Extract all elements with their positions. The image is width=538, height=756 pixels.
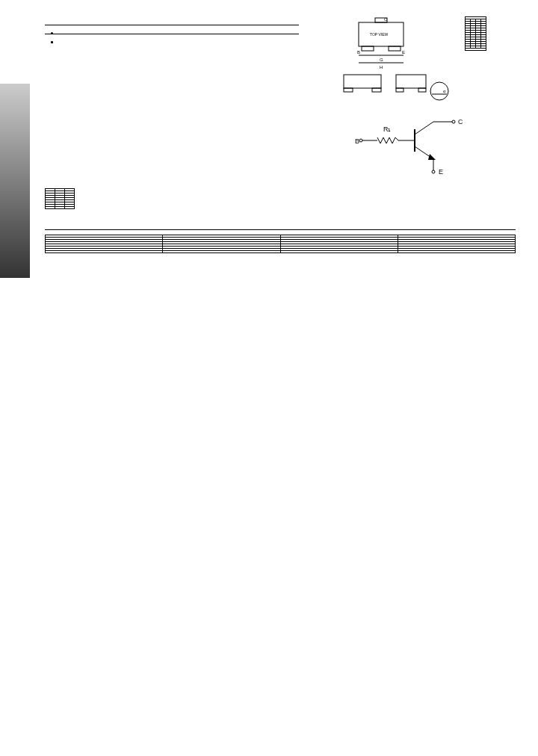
pn-cell (46, 207, 55, 209)
new-product-tab (0, 84, 30, 278)
mechanical-header (45, 33, 299, 34)
dim-caption (465, 49, 486, 51)
pin-b-label: B (355, 137, 359, 145)
svg-point-33 (432, 170, 435, 173)
features-header (45, 24, 299, 25)
svg-text:C: C (458, 118, 463, 126)
svg-text:G: G (380, 58, 383, 62)
svg-rect-12 (344, 75, 381, 88)
max-ratings-header (45, 217, 516, 230)
notes (45, 259, 516, 274)
max-cell (280, 251, 398, 253)
svg-text:TOP VIEW: TOP VIEW (370, 32, 389, 37)
svg-text:E: E (402, 50, 405, 55)
svg-text:B: B (357, 50, 360, 55)
pn-cell (55, 207, 65, 209)
svg-rect-16 (396, 88, 404, 92)
svg-text:H: H (380, 65, 383, 69)
max-cell (398, 251, 515, 253)
svg-point-21 (359, 139, 362, 142)
svg-rect-15 (396, 75, 426, 88)
schematic-diagram: B R₁ C E (355, 111, 467, 178)
svg-line-26 (415, 122, 433, 134)
svg-text:R₁: R₁ (383, 126, 392, 133)
max-ratings-table (45, 235, 516, 253)
svg-rect-2 (362, 46, 374, 51)
part-number-table (45, 188, 75, 209)
max-cell (163, 251, 280, 253)
svg-marker-31 (428, 154, 436, 160)
svg-text:α: α (443, 89, 446, 93)
footer (0, 289, 538, 309)
dimension-table-wrap (465, 16, 486, 51)
svg-rect-13 (344, 88, 353, 92)
svg-rect-3 (389, 46, 401, 51)
svg-rect-17 (418, 88, 426, 92)
svg-text:C: C (384, 17, 388, 22)
spice-models-header (0, 0, 538, 9)
svg-point-28 (452, 120, 455, 123)
package-drawing: C B E TOP VIEW G H (336, 16, 456, 106)
pn-cell (65, 207, 75, 209)
svg-text:E: E (439, 168, 443, 176)
svg-rect-14 (372, 88, 381, 92)
max-cell (46, 251, 163, 253)
dimension-table (465, 16, 486, 51)
